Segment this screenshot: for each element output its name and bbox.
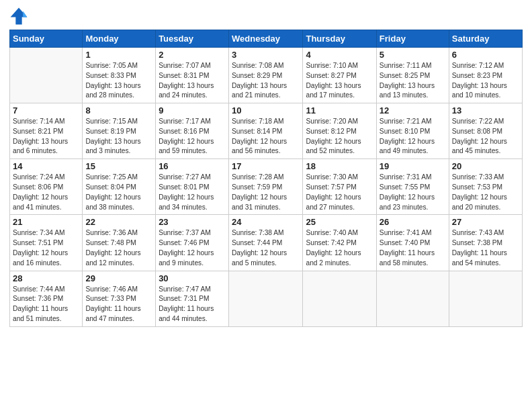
day-number: 10 — [232, 105, 300, 116]
calendar-cell — [376, 271, 449, 326]
day-header-sunday: Sunday — [10, 30, 83, 48]
page: SundayMondayTuesdayWednesdayThursdayFrid… — [0, 0, 532, 411]
day-number: 13 — [452, 105, 519, 116]
calendar-week-row: 7Sunrise: 7:14 AMSunset: 8:21 PMDaylight… — [10, 103, 523, 159]
day-info: Sunrise: 7:31 AMSunset: 7:55 PMDaylight:… — [380, 173, 446, 212]
calendar-table: SundayMondayTuesdayWednesdayThursdayFrid… — [9, 30, 523, 327]
day-info: Sunrise: 7:10 AMSunset: 8:27 PMDaylight:… — [306, 61, 373, 101]
day-info: Sunrise: 7:27 AMSunset: 8:01 PMDaylight:… — [159, 173, 226, 212]
day-info: Sunrise: 7:28 AMSunset: 7:59 PMDaylight:… — [232, 173, 300, 212]
calendar-cell: 19Sunrise: 7:31 AMSunset: 7:55 PMDayligh… — [376, 159, 449, 215]
calendar-cell: 9Sunrise: 7:17 AMSunset: 8:16 PMDaylight… — [156, 103, 229, 159]
day-info: Sunrise: 7:44 AMSunset: 7:36 PMDaylight:… — [13, 285, 79, 324]
day-header-wednesday: Wednesday — [229, 30, 303, 48]
calendar-cell: 12Sunrise: 7:21 AMSunset: 8:10 PMDayligh… — [376, 103, 449, 159]
calendar-cell: 18Sunrise: 7:30 AMSunset: 7:57 PMDayligh… — [303, 159, 376, 215]
day-number: 29 — [85, 273, 152, 283]
day-number: 22 — [85, 217, 152, 227]
day-header-saturday: Saturday — [449, 30, 522, 48]
day-info: Sunrise: 7:25 AMSunset: 8:04 PMDaylight:… — [85, 173, 152, 212]
day-number: 7 — [13, 105, 79, 116]
day-info: Sunrise: 7:11 AMSunset: 8:25 PMDaylight:… — [380, 61, 446, 101]
day-number: 12 — [380, 105, 446, 116]
day-number: 14 — [13, 161, 79, 171]
calendar-cell: 8Sunrise: 7:15 AMSunset: 8:19 PMDaylight… — [83, 103, 156, 159]
day-number: 15 — [85, 161, 152, 171]
day-header-tuesday: Tuesday — [156, 30, 229, 48]
day-number: 9 — [159, 105, 226, 116]
day-info: Sunrise: 7:47 AMSunset: 7:31 PMDaylight:… — [159, 285, 226, 324]
calendar-cell: 29Sunrise: 7:46 AMSunset: 7:33 PMDayligh… — [83, 271, 156, 326]
day-info: Sunrise: 7:37 AMSunset: 7:46 PMDaylight:… — [159, 228, 226, 268]
calendar-cell: 7Sunrise: 7:14 AMSunset: 8:21 PMDaylight… — [10, 103, 83, 159]
day-info: Sunrise: 7:20 AMSunset: 8:12 PMDaylight:… — [306, 117, 373, 156]
day-info: Sunrise: 7:05 AMSunset: 8:33 PMDaylight:… — [85, 61, 152, 101]
calendar-header-row: SundayMondayTuesdayWednesdayThursdayFrid… — [10, 30, 523, 48]
logo-icon — [9, 7, 28, 26]
calendar-cell — [449, 271, 522, 326]
calendar-cell — [229, 271, 303, 326]
header — [9, 7, 523, 26]
day-number: 16 — [159, 161, 226, 171]
day-number: 27 — [452, 217, 519, 227]
day-info: Sunrise: 7:30 AMSunset: 7:57 PMDaylight:… — [306, 173, 373, 212]
day-info: Sunrise: 7:34 AMSunset: 7:51 PMDaylight:… — [13, 228, 79, 268]
calendar-cell: 5Sunrise: 7:11 AMSunset: 8:25 PMDaylight… — [376, 48, 449, 103]
day-number: 6 — [452, 50, 519, 60]
calendar-cell: 16Sunrise: 7:27 AMSunset: 8:01 PMDayligh… — [156, 159, 229, 215]
calendar-cell: 26Sunrise: 7:41 AMSunset: 7:40 PMDayligh… — [376, 215, 449, 271]
calendar-cell: 17Sunrise: 7:28 AMSunset: 7:59 PMDayligh… — [229, 159, 303, 215]
calendar-cell: 1Sunrise: 7:05 AMSunset: 8:33 PMDaylight… — [83, 48, 156, 103]
calendar-week-row: 21Sunrise: 7:34 AMSunset: 7:51 PMDayligh… — [10, 215, 523, 271]
calendar-cell: 14Sunrise: 7:24 AMSunset: 8:06 PMDayligh… — [10, 159, 83, 215]
svg-marker-1 — [23, 11, 27, 17]
day-number: 25 — [306, 217, 373, 227]
day-number: 17 — [232, 161, 300, 171]
calendar-cell: 2Sunrise: 7:07 AMSunset: 8:31 PMDaylight… — [156, 48, 229, 103]
calendar-cell: 11Sunrise: 7:20 AMSunset: 8:12 PMDayligh… — [303, 103, 376, 159]
calendar-week-row: 28Sunrise: 7:44 AMSunset: 7:36 PMDayligh… — [10, 271, 523, 326]
calendar-cell: 22Sunrise: 7:36 AMSunset: 7:48 PMDayligh… — [83, 215, 156, 271]
calendar-cell: 20Sunrise: 7:33 AMSunset: 7:53 PMDayligh… — [449, 159, 522, 215]
calendar-cell: 13Sunrise: 7:22 AMSunset: 8:08 PMDayligh… — [449, 103, 522, 159]
day-number: 30 — [159, 273, 226, 283]
calendar-cell: 28Sunrise: 7:44 AMSunset: 7:36 PMDayligh… — [10, 271, 83, 326]
day-info: Sunrise: 7:08 AMSunset: 8:29 PMDaylight:… — [232, 61, 300, 101]
day-info: Sunrise: 7:07 AMSunset: 8:31 PMDaylight:… — [159, 61, 226, 101]
day-number: 24 — [232, 217, 300, 227]
calendar-cell: 6Sunrise: 7:12 AMSunset: 8:23 PMDaylight… — [449, 48, 522, 103]
calendar-cell: 4Sunrise: 7:10 AMSunset: 8:27 PMDaylight… — [303, 48, 376, 103]
day-number: 20 — [452, 161, 519, 171]
day-info: Sunrise: 7:18 AMSunset: 8:14 PMDaylight:… — [232, 117, 300, 156]
day-number: 18 — [306, 161, 373, 171]
calendar-week-row: 14Sunrise: 7:24 AMSunset: 8:06 PMDayligh… — [10, 159, 523, 215]
day-number: 2 — [159, 50, 226, 60]
calendar-cell: 10Sunrise: 7:18 AMSunset: 8:14 PMDayligh… — [229, 103, 303, 159]
calendar-cell: 23Sunrise: 7:37 AMSunset: 7:46 PMDayligh… — [156, 215, 229, 271]
day-info: Sunrise: 7:12 AMSunset: 8:23 PMDaylight:… — [452, 61, 519, 101]
calendar-cell: 27Sunrise: 7:43 AMSunset: 7:38 PMDayligh… — [449, 215, 522, 271]
day-info: Sunrise: 7:38 AMSunset: 7:44 PMDaylight:… — [232, 228, 300, 268]
day-number: 3 — [232, 50, 300, 60]
day-number: 1 — [85, 50, 152, 60]
day-info: Sunrise: 7:43 AMSunset: 7:38 PMDaylight:… — [452, 228, 519, 268]
day-number: 26 — [380, 217, 446, 227]
day-number: 21 — [13, 217, 79, 227]
day-number: 5 — [380, 50, 446, 60]
day-number: 4 — [306, 50, 373, 60]
calendar-cell: 30Sunrise: 7:47 AMSunset: 7:31 PMDayligh… — [156, 271, 229, 326]
day-header-friday: Friday — [376, 30, 449, 48]
day-header-monday: Monday — [83, 30, 156, 48]
calendar-week-row: 1Sunrise: 7:05 AMSunset: 8:33 PMDaylight… — [10, 48, 523, 103]
calendar-cell: 3Sunrise: 7:08 AMSunset: 8:29 PMDaylight… — [229, 48, 303, 103]
day-info: Sunrise: 7:41 AMSunset: 7:40 PMDaylight:… — [380, 228, 446, 268]
day-number: 8 — [85, 105, 152, 116]
day-number: 11 — [306, 105, 373, 116]
day-info: Sunrise: 7:21 AMSunset: 8:10 PMDaylight:… — [380, 117, 446, 156]
day-number: 19 — [380, 161, 446, 171]
day-info: Sunrise: 7:17 AMSunset: 8:16 PMDaylight:… — [159, 117, 226, 156]
day-info: Sunrise: 7:36 AMSunset: 7:48 PMDaylight:… — [85, 228, 152, 268]
calendar-cell — [10, 48, 83, 103]
day-info: Sunrise: 7:24 AMSunset: 8:06 PMDaylight:… — [13, 173, 79, 212]
day-info: Sunrise: 7:46 AMSunset: 7:33 PMDaylight:… — [85, 285, 152, 324]
